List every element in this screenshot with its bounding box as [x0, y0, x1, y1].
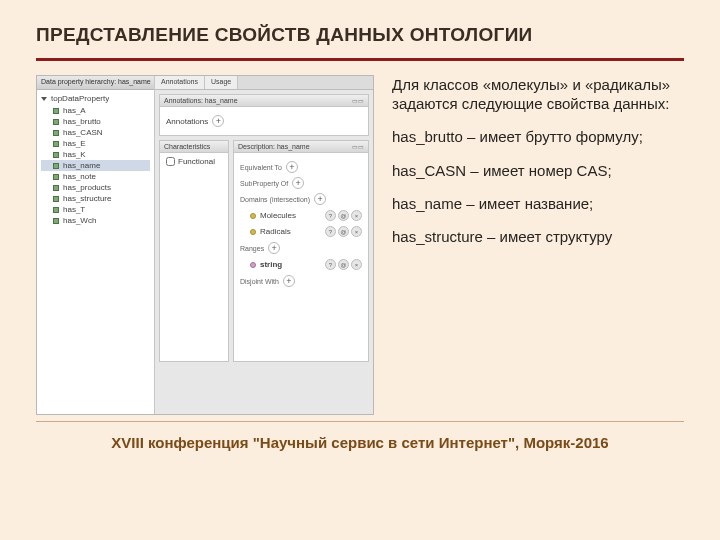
disjoint-with-add[interactable]: Disjoint With +	[240, 275, 362, 287]
tree-item-selected[interactable]: has_name	[41, 160, 150, 171]
class-icon	[250, 229, 256, 235]
tree-item[interactable]: has_brutto	[41, 116, 150, 127]
plus-icon: +	[286, 161, 298, 173]
footer-text: XVIII конференция "Научный сервис в сети…	[36, 434, 684, 451]
info-icon[interactable]: ?	[325, 259, 336, 270]
class-icon	[250, 213, 256, 219]
property-icon	[53, 141, 59, 147]
expand-icon	[41, 97, 47, 101]
characteristics-panel: Characteristics Functional	[159, 140, 229, 362]
panel-controls-icon[interactable]: ▭▭	[352, 97, 364, 104]
tab-annotations[interactable]: Annotations	[155, 76, 205, 89]
description-text: Для классов «молекулы» и «радикалы» зада…	[392, 75, 684, 260]
ontology-editor-screenshot: Data property hierarchy: has_name topDat…	[36, 75, 374, 415]
description-header: Description: has_name	[238, 143, 310, 150]
equivalent-to-add[interactable]: Equivalent To +	[240, 161, 362, 173]
intro-text: Для классов «молекулы» и «радикалы» зада…	[392, 75, 684, 113]
tab-usage[interactable]: Usage	[205, 76, 238, 89]
range-item[interactable]: string	[250, 260, 282, 269]
at-icon[interactable]: @	[338, 226, 349, 237]
at-icon[interactable]: @	[338, 259, 349, 270]
datatype-icon	[250, 262, 256, 268]
property-icon	[53, 119, 59, 125]
plus-icon: +	[292, 177, 304, 189]
tree-item[interactable]: has_A	[41, 105, 150, 116]
annotations-panel: Annotations: has_name ▭▭ Annotations +	[159, 94, 369, 136]
property-icon	[53, 130, 59, 136]
property-desc: has_CASN – имеет номер CAS;	[392, 161, 684, 180]
tree-root-label: topDataProperty	[51, 94, 109, 103]
plus-icon: +	[212, 115, 224, 127]
annotations-add[interactable]: Annotations +	[166, 115, 362, 127]
subproperty-of-add[interactable]: SubProperty Of +	[240, 177, 362, 189]
domains-add[interactable]: Domains (intersection) +	[240, 193, 362, 205]
tabs-row: Annotations Usage	[155, 76, 373, 90]
property-icon	[53, 185, 59, 191]
details-pane: Annotations Usage Annotations: has_name …	[155, 76, 373, 414]
info-icon[interactable]: ?	[325, 226, 336, 237]
remove-icon[interactable]: ×	[351, 259, 362, 270]
tree-item[interactable]: has_note	[41, 171, 150, 182]
item-actions[interactable]: ? @ ×	[325, 210, 362, 221]
property-tree-pane: Data property hierarchy: has_name topDat…	[37, 76, 155, 414]
remove-icon[interactable]: ×	[351, 210, 362, 221]
tree-item[interactable]: has_T	[41, 204, 150, 215]
plus-icon: +	[268, 242, 280, 254]
item-actions[interactable]: ? @ ×	[325, 226, 362, 237]
domain-item[interactable]: Molecules	[250, 211, 296, 220]
plus-icon: +	[283, 275, 295, 287]
tree-root[interactable]: topDataProperty	[41, 94, 150, 103]
slide-title: ПРЕДСТАВЛЕНИЕ СВОЙСТВ ДАННЫХ ОНТОЛОГИИ	[36, 24, 684, 46]
property-icon	[53, 174, 59, 180]
property-icon	[53, 218, 59, 224]
property-icon	[53, 108, 59, 114]
plus-icon: +	[314, 193, 326, 205]
property-desc: has_structure – имеет структуру	[392, 227, 684, 246]
property-desc: has_brutto – имеет брутто формулу;	[392, 127, 684, 146]
ranges-add[interactable]: Ranges +	[240, 242, 362, 254]
functional-checkbox[interactable]: Functional	[166, 157, 222, 166]
checkbox-icon[interactable]	[166, 157, 175, 166]
at-icon[interactable]: @	[338, 210, 349, 221]
tree-item[interactable]: has_E	[41, 138, 150, 149]
panel-controls-icon[interactable]: ▭▭	[352, 143, 364, 150]
item-actions[interactable]: ? @ ×	[325, 259, 362, 270]
property-icon	[53, 207, 59, 213]
title-rule	[36, 58, 684, 61]
tree-item[interactable]: has_CASN	[41, 127, 150, 138]
property-icon	[53, 163, 59, 169]
remove-icon[interactable]: ×	[351, 226, 362, 237]
tree-item[interactable]: has_products	[41, 182, 150, 193]
property-desc: has_name – имеет название;	[392, 194, 684, 213]
characteristics-header: Characteristics	[164, 143, 210, 150]
domain-item[interactable]: Radicals	[250, 227, 291, 236]
tree-header: Data property hierarchy: has_name	[37, 76, 154, 90]
tree-item[interactable]: has_structure	[41, 193, 150, 204]
annotations-header: Annotations: has_name	[164, 97, 238, 104]
description-panel: Description: has_name ▭▭ Equivalent To +…	[233, 140, 369, 362]
bottom-rule	[36, 421, 684, 422]
property-icon	[53, 152, 59, 158]
property-icon	[53, 196, 59, 202]
tree-item[interactable]: has_K	[41, 149, 150, 160]
tree-item[interactable]: has_Wch	[41, 215, 150, 226]
info-icon[interactable]: ?	[325, 210, 336, 221]
